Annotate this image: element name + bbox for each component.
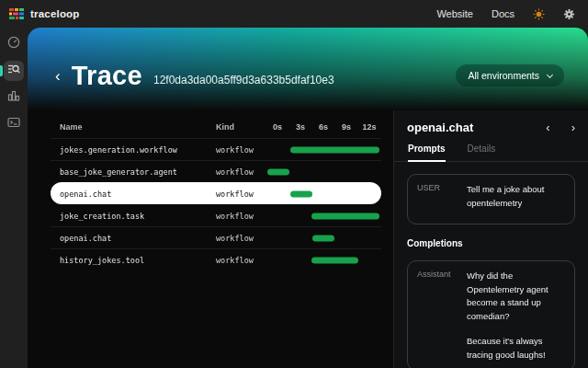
span-row[interactable]: openai.chatworkflow: [51, 182, 381, 204]
span-detail-panel: openai.chat ‹ › PromptsDetails USERTell …: [393, 110, 588, 368]
trace-id: 12f0da3da00a5ff9d3a633b5dfaf10e3: [153, 74, 334, 86]
sidebar-item-playground[interactable]: [4, 114, 24, 134]
search-list-icon: [7, 63, 20, 79]
completions-label: Completions: [407, 238, 575, 248]
content-row: Name Kind 0s3s6s9s12s jokes.generation.w…: [28, 110, 588, 368]
environment-dropdown-label: All environments: [468, 70, 539, 81]
topbar: traceloop Website Docs: [0, 0, 588, 28]
docs-link[interactable]: Docs: [492, 8, 514, 19]
span-row[interactable]: history_jokes.toolworkflow: [51, 248, 381, 270]
message-role: Assistant: [417, 270, 459, 362]
duration-bar: [267, 168, 289, 175]
span-name: joke_creation.task: [51, 212, 216, 221]
span-table: Name Kind 0s3s6s9s12s jokes.generation.w…: [28, 110, 393, 368]
terminal-icon: [7, 116, 20, 132]
brand[interactable]: traceloop: [9, 8, 80, 20]
column-header-name: Name: [51, 122, 216, 132]
span-timeline: [266, 227, 381, 248]
axis-tick: 12s: [362, 122, 376, 132]
sidebar-item-dashboard[interactable]: [4, 34, 24, 54]
trace-header: ‹ Trace 12f0da3da00a5ff9d3a633b5dfaf10e3…: [28, 28, 588, 110]
span-timeline: [266, 205, 381, 226]
axis-tick: 3s: [296, 122, 305, 132]
next-span-chevron-icon[interactable]: ›: [571, 121, 575, 133]
page-title: Trace: [72, 61, 142, 91]
message-role: USER: [417, 183, 459, 215]
completions-section: AssistantWhy did the Opentelemetry agent…: [407, 248, 575, 368]
span-name: openai.chat: [51, 234, 216, 243]
message-card: AssistantWhy did the Opentelemetry agent…: [407, 260, 575, 368]
span-name: base_joke_generator.agent: [51, 167, 216, 177]
span-row[interactable]: base_joke_generator.agentworkflow: [51, 160, 381, 182]
span-row[interactable]: openai.chatworkflow: [51, 226, 381, 248]
settings-gear-icon[interactable]: [563, 8, 575, 20]
website-link[interactable]: Website: [436, 8, 473, 19]
bar-chart-icon: [7, 89, 20, 106]
brand-name: traceloop: [30, 8, 80, 19]
table-header: Name Kind 0s3s6s9s12s: [51, 116, 381, 138]
tab-prompts[interactable]: Prompts: [408, 144, 446, 162]
span-timeline: [266, 161, 381, 182]
duration-bar: [311, 257, 358, 263]
panel-tabs: PromptsDetails: [394, 144, 588, 162]
chevron-down-icon: [547, 71, 553, 77]
duration-bar: [290, 190, 312, 197]
span-row[interactable]: joke_creation.taskworkflow: [51, 204, 381, 226]
timeline-axis: 0s3s6s9s12s: [266, 116, 381, 138]
traceloop-logo-icon: [9, 8, 24, 20]
active-indicator: [0, 65, 3, 76]
sidebar-item-analytics[interactable]: [4, 87, 24, 108]
span-kind: workflow: [216, 212, 266, 221]
environment-dropdown[interactable]: All environments: [456, 64, 564, 86]
span-timeline: [266, 249, 381, 270]
axis-tick: 9s: [342, 122, 351, 132]
span-kind: workflow: [216, 256, 266, 265]
duration-bar: [311, 213, 379, 219]
sidebar: [0, 28, 28, 368]
gauge-icon: [7, 36, 20, 52]
span-kind: workflow: [216, 190, 266, 199]
table-rows: jokes.generation.workflowworkflowbase_jo…: [51, 138, 381, 270]
back-chevron-icon[interactable]: ‹: [55, 68, 61, 84]
main-surface: ‹ Trace 12f0da3da00a5ff9d3a633b5dfaf10e3…: [28, 28, 588, 368]
topbar-right: Website Docs: [436, 8, 575, 20]
theme-sun-icon[interactable]: [533, 8, 545, 20]
prompts-section: USERTell me a joke about opentelemetry: [407, 162, 575, 224]
tab-details[interactable]: Details: [468, 144, 496, 161]
message-text: Why did the Opentelemetry agent become a…: [467, 270, 565, 362]
prev-span-chevron-icon[interactable]: ‹: [546, 121, 549, 133]
axis-tick: 6s: [319, 122, 328, 132]
span-kind: workflow: [216, 145, 266, 155]
span-name: history_jokes.tool: [51, 256, 216, 265]
span-row[interactable]: jokes.generation.workflowworkflow: [51, 138, 381, 160]
axis-tick: 0s: [273, 122, 282, 132]
span-name: openai.chat: [51, 190, 216, 199]
span-timeline: [266, 139, 381, 160]
span-kind: workflow: [216, 234, 266, 243]
duration-bar: [290, 146, 379, 153]
span-name: jokes.generation.workflow: [51, 145, 216, 155]
panel-title: openai.chat: [407, 121, 473, 134]
span-kind: workflow: [216, 167, 266, 177]
message-text: Tell me a joke about opentelemetry: [467, 183, 565, 215]
duration-bar: [312, 235, 334, 241]
sidebar-item-traces[interactable]: [4, 61, 24, 81]
message-card: USERTell me a joke about opentelemetry: [407, 174, 575, 224]
column-header-kind: Kind: [216, 122, 266, 132]
span-timeline: [266, 183, 381, 204]
